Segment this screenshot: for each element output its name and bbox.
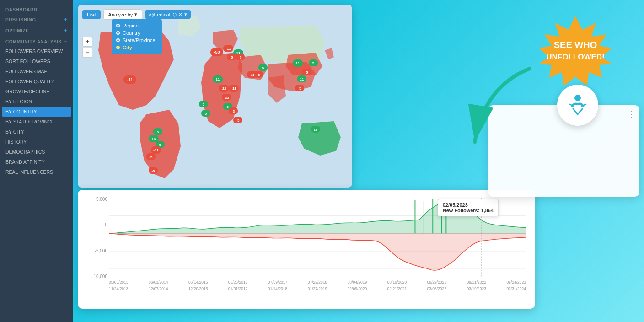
svg-text:-11: -11: [153, 148, 159, 152]
sidebar-item-followers-map[interactable]: FOLLOWERS MAP: [0, 66, 73, 76]
svg-text:5: 5: [159, 143, 161, 147]
radio-region[interactable]: [116, 24, 120, 27]
sidebar-section-dashboard: DASHBOARD: [0, 5, 73, 13]
svg-text:-5: -5: [236, 118, 240, 123]
sidebar: DASHBOARD PUBLISHING + OPTIMIZE + COMMUN…: [0, 0, 73, 322]
svg-text:-33: -33: [224, 96, 229, 100]
dropdown-item-region[interactable]: Region: [116, 22, 157, 29]
sidebar-section-publishing: PUBLISHING +: [0, 13, 73, 24]
y-label-0: 0: [87, 222, 107, 227]
radio-state[interactable]: [116, 38, 120, 42]
svg-text:-5: -5: [230, 55, 233, 59]
optimize-plus-icon[interactable]: +: [64, 27, 68, 34]
dropdown-item-city[interactable]: City: [116, 44, 157, 51]
svg-text:11: 11: [216, 77, 220, 81]
svg-text:-22: -22: [221, 86, 226, 91]
logo-circle: [557, 85, 598, 126]
svg-text:-3: -3: [231, 109, 235, 113]
sidebar-item-sort-followers[interactable]: SORT FOLLOWERS: [0, 56, 73, 66]
map-toolbar: List Analyze by ▾ @FedicaHQ ✕ ▾: [82, 9, 191, 20]
promo-line1: SEE WHO: [554, 40, 597, 50]
chart-tooltip: 02/05/2023 New Followers: 1,864: [438, 199, 499, 216]
sidebar-item-by-city[interactable]: BY CITY: [0, 127, 73, 137]
tooltip-value: New Followers: 1,864: [443, 208, 494, 213]
svg-point-76: [574, 95, 581, 101]
x-axis-row2: 11/24/2013 12/07/2014 12/20/2015 01/01/2…: [109, 286, 526, 291]
dropdown-item-state[interactable]: State/Province: [116, 37, 157, 44]
chart-card: 5,000 0 -5,000 -10,000: [78, 190, 535, 309]
svg-text:5: 5: [157, 130, 159, 134]
analyze-button[interactable]: Analyze by ▾: [103, 9, 143, 20]
dropdown-item-country[interactable]: Country: [116, 29, 157, 37]
svg-text:-5: -5: [238, 55, 242, 59]
sidebar-item-history[interactable]: HISTORY: [0, 137, 73, 147]
community-minus-icon[interactable]: −: [64, 38, 68, 45]
radio-city[interactable]: [116, 46, 120, 49]
y-label-neg10000: -10,000: [87, 274, 107, 279]
svg-text:-5: -5: [149, 155, 153, 159]
sidebar-item-follower-quality[interactable]: FOLLOWER QUALITY: [0, 76, 73, 86]
svg-text:11: 11: [300, 77, 304, 81]
svg-text:-11: -11: [127, 77, 133, 82]
svg-text:5: 5: [262, 66, 264, 70]
map-card: List Analyze by ▾ @FedicaHQ ✕ ▾ Region C…: [78, 5, 352, 188]
sidebar-section-community: COMMUNITY ANALYSIS −: [0, 35, 73, 46]
sidebar-section-optimize: OPTIMIZE +: [0, 24, 73, 35]
svg-marker-75: [539, 16, 612, 85]
sidebar-item-by-region[interactable]: BY REGION: [0, 97, 73, 107]
svg-text:-11: -11: [225, 47, 231, 51]
sidebar-item-growth-decline[interactable]: GROWTH/DECLINE: [0, 86, 73, 97]
x-axis-row1: 05/05/2013 06/01/2014 06/14/2015 06/26/2…: [109, 280, 526, 284]
sidebar-item-by-country[interactable]: BY COUNTRY: [2, 107, 71, 117]
zoom-in-button[interactable]: +: [82, 37, 92, 47]
y-label-neg5000: -5,000: [87, 248, 107, 253]
sidebar-item-brand-affinity[interactable]: BRAND AFFINITY: [0, 157, 73, 167]
analyze-dropdown: Region Country State/Province City: [112, 19, 162, 54]
svg-text:-5: -5: [305, 70, 308, 75]
svg-text:-5: -5: [257, 73, 260, 77]
tooltip-date: 02/05/2023: [443, 202, 494, 208]
sidebar-item-by-state[interactable]: BY STATE/PROVINCE: [0, 117, 73, 127]
close-icon[interactable]: ✕: [178, 11, 182, 17]
chart-svg-wrapper: 02/05/2023 New Followers: 1,864: [109, 197, 526, 279]
chart-area: 5,000 0 -5,000 -10,000: [87, 197, 526, 288]
burst-svg: SEE WHO UNFOLLOWED!: [521, 14, 630, 85]
chevron-down-icon: ▾: [184, 11, 187, 17]
more-options-icon[interactable]: ⋮: [628, 109, 636, 119]
svg-text:-11: -11: [231, 86, 236, 91]
svg-text:-5: -5: [298, 86, 301, 91]
account-badge[interactable]: @FedicaHQ ✕ ▾: [145, 10, 191, 19]
publishing-plus-icon[interactable]: +: [64, 16, 68, 23]
svg-text:-5: -5: [151, 169, 155, 173]
radio-country[interactable]: [116, 31, 120, 35]
svg-text:5: 5: [205, 112, 207, 116]
svg-text:5: 5: [312, 61, 315, 65]
list-button[interactable]: List: [82, 10, 101, 19]
svg-text:5: 5: [203, 102, 205, 107]
svg-text:5: 5: [227, 105, 229, 109]
promo-banner: SEE WHO UNFOLLOWED!: [521, 14, 630, 86]
zoom-out-button[interactable]: −: [82, 48, 92, 58]
svg-text:16: 16: [314, 128, 318, 132]
sidebar-item-followers-overview[interactable]: FOLLOWERS OVERVIEW: [0, 46, 73, 56]
app-logo-svg: [564, 91, 591, 119]
svg-text:11: 11: [296, 61, 300, 65]
sidebar-item-demographics[interactable]: DEMOGRAPHICS: [0, 147, 73, 157]
y-label-5000: 5,000: [87, 197, 107, 202]
sidebar-item-real-influencers[interactable]: REAL INFLUENCERS: [0, 167, 73, 177]
main-content: List Analyze by ▾ @FedicaHQ ✕ ▾ Region C…: [73, 0, 644, 322]
svg-text:16: 16: [152, 137, 156, 141]
chevron-down-icon: ▾: [134, 11, 137, 17]
svg-text:-50: -50: [214, 50, 220, 54]
promo-line2: UNFOLLOWED!: [546, 53, 604, 61]
map-zoom-controls: + −: [82, 37, 92, 58]
